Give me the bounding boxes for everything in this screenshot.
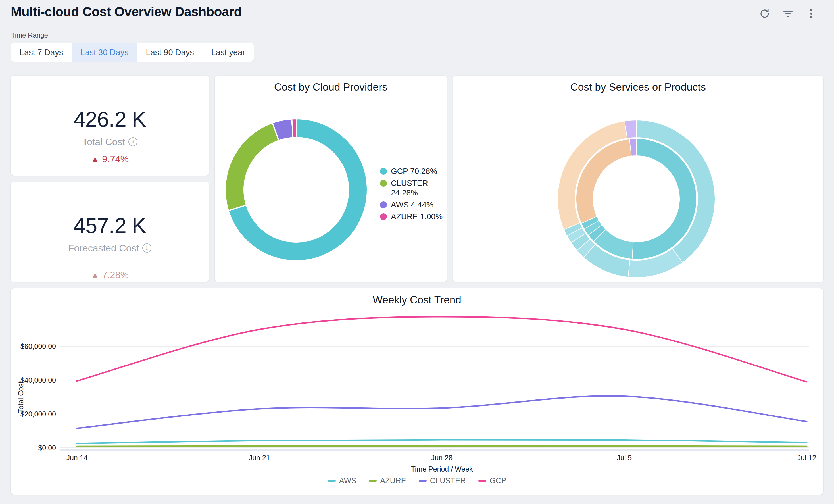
- legend-swatch-icon: [419, 480, 427, 482]
- forecasted-cost-label: Forecasted Cost i: [68, 243, 151, 254]
- sunburst-chart-title: Cost by Services or Products: [453, 81, 824, 93]
- legend-swatch-icon: [328, 480, 336, 482]
- legend-label: AWS: [339, 477, 356, 485]
- y-axis-title: Total Cost: [17, 381, 25, 413]
- kebab-menu-icon: [806, 8, 817, 19]
- legend-label: GCP: [490, 477, 506, 485]
- info-icon[interactable]: i: [142, 243, 151, 253]
- legend-item-cluster[interactable]: CLUSTER: [419, 477, 466, 485]
- legend-item-cluster[interactable]: CLUSTER 24.28%: [380, 178, 444, 198]
- cost-by-cloud-providers-card: Cost by Cloud Providers GCP 70.28%CLUSTE…: [215, 75, 447, 282]
- services-sunburst-chart: [554, 116, 719, 281]
- legend-item-gcp[interactable]: GCP: [478, 477, 506, 485]
- time-range-last-30-days[interactable]: Last 30 Days: [71, 43, 137, 62]
- filter-icon: [782, 8, 794, 19]
- legend-item-azure[interactable]: AZURE 1.00%: [380, 212, 444, 222]
- line-chart-legend: AWSAZURECLUSTERGCP: [10, 477, 824, 485]
- forecasted-cost-label-text: Forecasted Cost: [68, 243, 139, 254]
- donut-slice-azure[interactable]: [292, 119, 296, 137]
- more-button[interactable]: [805, 7, 817, 20]
- cost-by-services-card: Cost by Services or Products: [453, 75, 824, 282]
- x-tick-label: Jul 5: [617, 454, 632, 462]
- legend-label: CLUSTER: [430, 477, 466, 485]
- time-range-last-year[interactable]: Last year: [202, 43, 254, 62]
- x-tick-label: Jun 14: [66, 454, 87, 462]
- time-range-last-7-days[interactable]: Last 7 Days: [11, 43, 71, 62]
- legend-item-aws[interactable]: AWS: [328, 477, 356, 485]
- time-range-button-group: Last 7 Days Last 30 Days Last 90 Days La…: [11, 43, 254, 62]
- total-cost-value: 426.2 K: [73, 107, 146, 131]
- up-triangle-icon: ▲: [91, 270, 100, 280]
- legend-dot-icon: [380, 180, 387, 187]
- total-cost-label-text: Total Cost: [82, 136, 125, 148]
- x-tick-label: Jun 21: [249, 454, 270, 462]
- forecasted-cost-delta: ▲ 7.28%: [91, 270, 129, 280]
- cloud-providers-donut-chart: [220, 113, 373, 266]
- legend-dot-icon: [380, 168, 387, 175]
- refresh-icon: [759, 8, 770, 19]
- refresh-button[interactable]: [759, 7, 771, 20]
- legend-item-gcp[interactable]: GCP 70.28%: [380, 167, 444, 176]
- legend-swatch-icon: [478, 480, 486, 482]
- legend-label: GCP 70.28%: [391, 167, 437, 176]
- line-series-gcp: [77, 317, 807, 382]
- forecasted-cost-delta-text: 7.28%: [102, 270, 129, 280]
- line-series-azure: [77, 446, 807, 446]
- legend-label: AZURE: [380, 477, 406, 485]
- line-series-aws: [77, 440, 807, 444]
- y-tick-label: $40,000.00: [20, 376, 56, 384]
- total-cost-delta: ▲ 9.74%: [91, 154, 129, 165]
- legend-dot-icon: [380, 213, 387, 220]
- up-triangle-icon: ▲: [91, 154, 100, 164]
- x-tick-label: Jun 28: [431, 454, 453, 462]
- forecasted-cost-card: 457.2 K Forecasted Cost i ▲ 7.28%: [10, 182, 209, 282]
- legend-dot-icon: [380, 201, 387, 208]
- legend-label: AWS 4.44%: [391, 200, 434, 210]
- donut-legend: GCP 70.28%CLUSTER 24.28%AWS 4.44%AZURE 1…: [380, 167, 444, 222]
- page-title: Multi-cloud Cost Overview Dashboard: [11, 4, 242, 19]
- line-series-cluster: [77, 396, 807, 429]
- info-icon[interactable]: i: [128, 137, 137, 146]
- x-axis-title: Time Period / Week: [411, 465, 473, 473]
- total-cost-delta-text: 9.74%: [102, 154, 129, 165]
- y-tick-label: $0.00: [38, 444, 56, 452]
- legend-label: CLUSTER 24.28%: [391, 178, 444, 198]
- legend-item-azure[interactable]: AZURE: [369, 477, 406, 485]
- weekly-cost-trend-chart: $0.00$20,000.00$40,000.00$60,000.00Jun 1…: [10, 307, 824, 477]
- legend-label: AZURE 1.00%: [391, 212, 443, 222]
- forecasted-cost-value: 457.2 K: [73, 214, 146, 238]
- filter-button[interactable]: [782, 7, 794, 20]
- donut-chart-title: Cost by Cloud Providers: [215, 81, 447, 93]
- donut-slice-cluster[interactable]: [225, 123, 279, 211]
- time-range-label: Time Range: [11, 31, 48, 39]
- legend-item-aws[interactable]: AWS 4.44%: [380, 200, 444, 210]
- total-cost-label: Total Cost i: [82, 136, 137, 148]
- y-tick-label: $60,000.00: [20, 342, 56, 350]
- x-tick-label: Jul 12: [797, 454, 816, 462]
- total-cost-card: 426.2 K Total Cost i ▲ 9.74%: [10, 75, 209, 176]
- time-range-last-90-days[interactable]: Last 90 Days: [137, 43, 202, 62]
- y-tick-label: $20,000.00: [20, 410, 56, 418]
- header-toolbar: [759, 7, 817, 20]
- legend-swatch-icon: [369, 480, 377, 482]
- weekly-cost-trend-card: Weekly Cost Trend $0.00$20,000.00$40,000…: [10, 288, 824, 495]
- line-chart-title: Weekly Cost Trend: [10, 294, 824, 306]
